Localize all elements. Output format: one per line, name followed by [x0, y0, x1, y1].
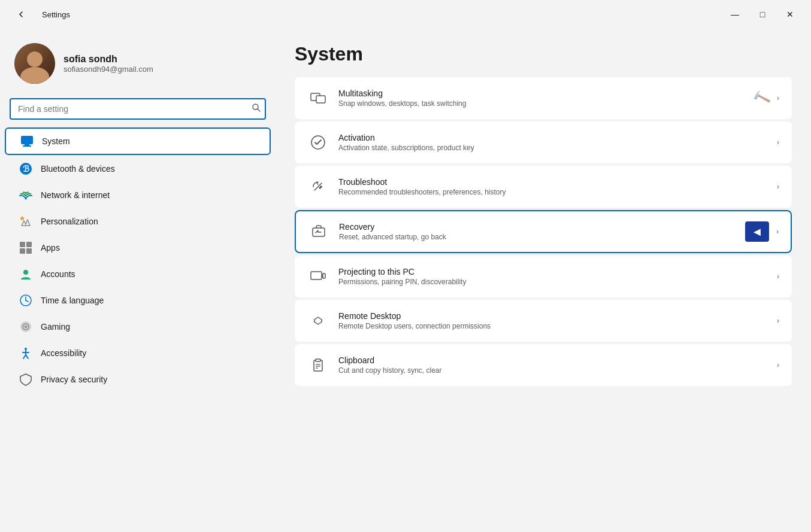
- activation-desc: Activation state, subscriptions, product…: [338, 144, 777, 152]
- projecting-title: Projecting to this PC: [338, 267, 777, 276]
- troubleshoot-extras: ›: [777, 183, 779, 191]
- back-button[interactable]: [7, 5, 35, 24]
- sidebar-item-network[interactable]: Network & internet: [5, 183, 271, 208]
- activation-text: Activation Activation state, subscriptio…: [338, 133, 777, 152]
- setting-recovery[interactable]: Recovery Reset, advanced startup, go bac…: [295, 210, 792, 253]
- network-label: Network & internet: [41, 190, 110, 200]
- user-email: sofiasondh94@gmail.com: [63, 65, 153, 74]
- nav-items: System ℬ Bluetooth & devices: [0, 127, 276, 393]
- remote-desktop-extras: ›: [777, 317, 779, 325]
- recovery-extras: ›: [745, 221, 779, 242]
- clipboard-text: Clipboard Cut and copy history, sync, cl…: [338, 355, 777, 375]
- accessibility-icon: [19, 346, 32, 360]
- clipboard-title: Clipboard: [338, 355, 777, 365]
- sidebar-item-gaming[interactable]: Gaming: [5, 314, 271, 339]
- activation-arrow: ›: [777, 138, 779, 147]
- recovery-text: Recovery Reset, advanced startup, go bac…: [339, 222, 745, 241]
- activation-icon: [307, 132, 329, 153]
- sidebar-item-apps[interactable]: Apps: [5, 235, 271, 260]
- sidebar-item-accessibility[interactable]: Accessibility: [5, 341, 271, 366]
- personalization-label: Personalization: [41, 217, 98, 226]
- sidebar-item-bluetooth[interactable]: ℬ Bluetooth & devices: [5, 156, 271, 181]
- projecting-desc: Permissions, pairing PIN, discoverabilit…: [338, 278, 777, 286]
- setting-troubleshoot[interactable]: Troubleshoot Recommended troubleshooters…: [295, 166, 792, 208]
- search-button[interactable]: [252, 103, 261, 115]
- network-icon: [19, 189, 32, 202]
- svg-rect-4: [23, 145, 31, 147]
- multitasking-icon: [307, 87, 329, 109]
- troubleshoot-title: Troubleshoot: [338, 177, 777, 187]
- main-content: sofia sondh sofiasondh94@gmail.com: [0, 29, 811, 532]
- projecting-extras: ›: [777, 272, 779, 281]
- svg-rect-37: [316, 359, 320, 361]
- window-title: Settings: [42, 10, 70, 19]
- recovery-desc: Reset, advanced startup, go back: [339, 233, 745, 241]
- remote-desktop-desc: Remote Desktop users, connection permiss…: [338, 322, 777, 330]
- setting-projecting[interactable]: Projecting to this PC Permissions, pairi…: [295, 256, 792, 297]
- sidebar-item-accounts[interactable]: Accounts: [5, 262, 271, 287]
- minimize-button[interactable]: —: [721, 5, 749, 24]
- sidebar-item-privacy[interactable]: Privacy & security: [5, 367, 271, 392]
- multitasking-arrow: ›: [777, 94, 779, 102]
- accounts-icon: [19, 267, 32, 281]
- right-panel: System Multitasking Snap windows, deskto…: [276, 29, 811, 532]
- settings-list: Multitasking Snap windows, desktops, tas…: [295, 77, 792, 386]
- avatar: [14, 43, 55, 84]
- hammer-icon: 🔨: [751, 88, 771, 108]
- page-title: System: [295, 43, 792, 65]
- setting-remote-desktop[interactable]: Remote Desktop Remote Desktop users, con…: [295, 300, 792, 342]
- gaming-icon: [19, 320, 32, 333]
- remote-desktop-text: Remote Desktop Remote Desktop users, con…: [338, 311, 777, 330]
- maximize-button[interactable]: □: [749, 5, 776, 24]
- search-input[interactable]: [10, 98, 266, 120]
- bluetooth-label: Bluetooth & devices: [41, 164, 115, 174]
- svg-rect-30: [311, 272, 322, 279]
- projecting-arrow: ›: [777, 272, 779, 281]
- privacy-icon: [19, 373, 32, 386]
- setting-multitasking[interactable]: Multitasking Snap windows, desktops, tas…: [295, 77, 792, 119]
- svg-rect-12: [26, 248, 32, 254]
- bluetooth-icon: ℬ: [19, 162, 32, 175]
- svg-point-13: [23, 270, 28, 275]
- apps-icon: [19, 241, 32, 254]
- sidebar-item-time[interactable]: Time & language: [5, 288, 271, 313]
- clipboard-arrow: ›: [777, 361, 779, 369]
- svg-rect-2: [21, 136, 33, 144]
- setting-clipboard[interactable]: Clipboard Cut and copy history, sync, cl…: [295, 344, 792, 386]
- remote-desktop-title: Remote Desktop: [338, 311, 777, 321]
- troubleshoot-icon: [307, 176, 329, 197]
- sidebar-item-system[interactable]: System: [5, 127, 271, 155]
- blue-arrow-left-icon: [745, 221, 769, 242]
- svg-rect-9: [20, 242, 25, 247]
- svg-rect-31: [323, 273, 325, 278]
- apps-label: Apps: [41, 243, 60, 253]
- close-button[interactable]: ✕: [776, 5, 804, 24]
- troubleshoot-arrow: ›: [777, 183, 779, 191]
- time-icon: [19, 294, 32, 307]
- svg-text:ℬ: ℬ: [23, 165, 29, 174]
- time-label: Time & language: [41, 296, 104, 305]
- remote-desktop-icon: [307, 310, 329, 332]
- accessibility-label: Accessibility: [41, 348, 86, 358]
- setting-activation[interactable]: Activation Activation state, subscriptio…: [295, 121, 792, 163]
- titlebar: Settings — □ ✕: [0, 0, 811, 29]
- multitasking-extras: 🔨 ›: [753, 90, 779, 106]
- svg-rect-11: [20, 248, 25, 254]
- privacy-label: Privacy & security: [41, 375, 107, 384]
- titlebar-left: Settings: [7, 5, 70, 24]
- projecting-icon: [307, 266, 329, 287]
- avatar-image: [14, 43, 55, 84]
- troubleshoot-text: Troubleshoot Recommended troubleshooters…: [338, 177, 777, 196]
- user-name: sofia sondh: [63, 54, 153, 65]
- user-info: sofia sondh sofiasondh94@gmail.com: [63, 54, 153, 74]
- projecting-text: Projecting to this PC Permissions, pairi…: [338, 267, 777, 286]
- svg-point-7: [25, 198, 27, 200]
- svg-line-24: [26, 355, 28, 358]
- accounts-label: Accounts: [41, 269, 75, 279]
- svg-rect-10: [26, 242, 32, 247]
- remote-desktop-arrow: ›: [777, 317, 779, 325]
- sidebar-item-personalization[interactable]: Personalization: [5, 209, 271, 234]
- multitasking-title: Multitasking: [338, 89, 753, 98]
- multitasking-text: Multitasking Snap windows, desktops, tas…: [338, 89, 753, 108]
- system-label: System: [42, 136, 70, 146]
